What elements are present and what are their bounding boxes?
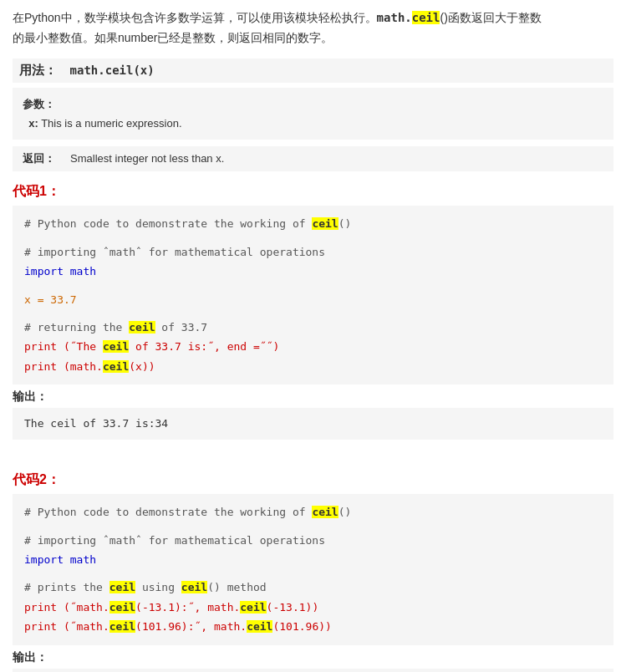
return-section: 返回： Smallest integer not less than x.: [13, 146, 613, 171]
output1-label: 输出：: [13, 389, 613, 405]
code2-comment3: # prints the: [24, 581, 109, 593]
code2-import: import math: [24, 553, 96, 566]
code2-blank1: [24, 522, 602, 531]
code1-ceil1: ceil: [312, 217, 338, 230]
code1-line1: # Python code to demonstrate the working…: [24, 214, 602, 233]
intro-ceil-highlight: ceil: [412, 11, 440, 24]
code2-print2c: (101.96)): [272, 620, 331, 633]
code1-print2a: print (math.: [24, 360, 103, 373]
code2-print1a: print (˝math.: [24, 601, 109, 613]
code1-blank2: [24, 282, 602, 290]
usage-label: 用法：: [19, 63, 57, 77]
code1-line7: print (math.ceil(x)): [24, 357, 602, 376]
code1-print2b: (x)): [129, 360, 155, 373]
code1-ceil3: ceil: [103, 340, 129, 353]
code1-comment1: # Python code to demonstrate the working…: [24, 217, 312, 230]
usage-value: math.ceil(x): [70, 64, 155, 77]
code1-blank3: [24, 309, 602, 318]
code1-x: x = 33.7: [24, 293, 77, 306]
usage-section: 用法： math.ceil(x): [13, 59, 613, 83]
code2-ceil5: ceil: [240, 601, 266, 613]
output1-block: The ceil of 33.7 is:34: [13, 408, 613, 440]
intro-text-2: ()函数返回大于整数: [440, 11, 541, 24]
code2-ceil6: ceil: [109, 620, 135, 633]
code2-line2: # importing ˆmathˆ for mathematical oper…: [24, 531, 602, 550]
param-x: x: This is a numeric expression.: [23, 117, 182, 130]
code2-line3: import math: [24, 550, 602, 569]
code1-comment4: of 33.7: [155, 321, 208, 333]
intro-text-3: 的最小整数值。如果number已经是整数，则返回相同的数字。: [13, 31, 333, 44]
code2-comment1: # Python code to demonstrate the working…: [24, 506, 312, 518]
code1-line5: # returning the ceil of 33.7: [24, 318, 602, 337]
code1-comment3: # returning the: [24, 321, 129, 333]
code2-heading: 代码2：: [13, 471, 613, 489]
intro-math-bold: math.: [377, 11, 412, 24]
code2-print1c: (-13.1)): [267, 601, 319, 613]
code1-paren1: (): [338, 217, 352, 230]
output1-value: The ceil of 33.7 is:34: [24, 417, 168, 430]
code2-line5: print (˝math.ceil(-13.1):˝, math.ceil(-1…: [24, 598, 602, 617]
code2-line4: # prints the ceil using ceil() method: [24, 578, 602, 597]
intro-paragraph: 在Python中，数学模块包含许多数学运算，可以使用该模块轻松执行。math.c…: [13, 8, 613, 48]
code2-print2a: print (˝math.: [24, 620, 109, 633]
code1-print1b: of 33.7 is:˝, end =˝˝): [129, 340, 279, 353]
return-value: Smallest integer not less than x.: [70, 152, 224, 165]
code1-print1: print (˝The: [24, 340, 103, 353]
code2-ceil7: ceil: [247, 620, 272, 633]
code1-ceil2: ceil: [129, 321, 155, 333]
params-label: 参数：: [23, 98, 55, 110]
code1-comment2: # importing ˆmathˆ for mathematical oper…: [24, 246, 325, 258]
code1-block: # Python code to demonstrate the working…: [13, 206, 613, 384]
code2-ceil2: ceil: [109, 581, 135, 593]
code1-ceil4: ceil: [103, 360, 129, 373]
code1-line3: import math: [24, 262, 602, 281]
params-section: 参数： x: This is a numeric expression.: [13, 88, 613, 140]
code2-method: () method: [207, 581, 266, 593]
code1-heading: 代码1：: [13, 183, 613, 201]
code1-line4: x = 33.7: [24, 290, 602, 309]
code2-print2b: (101.96):˝, math.: [135, 620, 247, 633]
code1-line2: # importing ˆmathˆ for mathematical oper…: [24, 242, 602, 262]
code1-blank1: [24, 234, 602, 242]
code1-import: import math: [24, 265, 96, 277]
code2-paren: (): [338, 506, 352, 518]
code2-block: # Python code to demonstrate the working…: [13, 494, 613, 644]
code2-ceil4: ceil: [109, 601, 135, 613]
code1-line6: print (˝The ceil of 33.7 is:˝, end =˝˝): [24, 337, 602, 356]
code2-blank2: [24, 569, 602, 578]
code2-print1b: (-13.1):˝, math.: [135, 601, 240, 613]
code2-using: using: [135, 581, 181, 593]
spacer1: [13, 455, 613, 465]
code2-ceil1: ceil: [312, 506, 338, 518]
code2-line6: print (˝math.ceil(101.96):˝, math.ceil(1…: [24, 617, 602, 636]
output2-block: math.ceil(-13.1): -13 math.ceil(101.96):…: [13, 669, 613, 672]
intro-text-1: 在Python中，数学模块包含许多数学运算，可以使用该模块轻松执行。: [13, 11, 377, 24]
output2-label: 输出：: [13, 650, 613, 665]
return-label: 返回：: [23, 152, 55, 165]
code2-ceil3: ceil: [181, 581, 207, 593]
code2-comment2: # importing ˆmathˆ for mathematical oper…: [24, 534, 325, 547]
code2-line1: # Python code to demonstrate the working…: [24, 502, 602, 522]
